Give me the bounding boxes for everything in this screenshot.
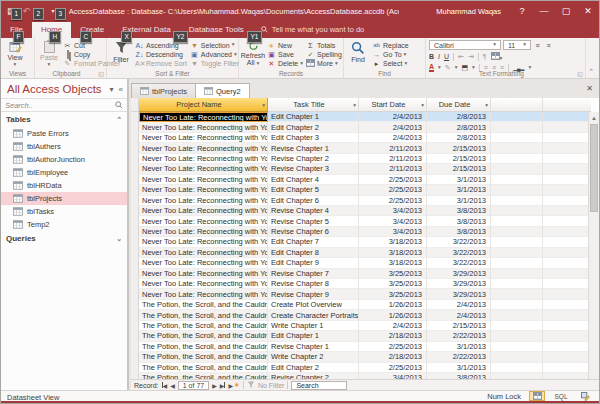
cell-due-date[interactable]: 2/15/2013: [427, 321, 491, 331]
table-row[interactable]: Never Too Late: Reconnecting with You Ed…: [131, 175, 588, 185]
cell-project-name[interactable]: Never Too Late: Reconnecting with You: [139, 143, 268, 153]
row-selector[interactable]: [131, 237, 139, 247]
cell-task-title[interactable]: Revise Chapter 3: [268, 164, 359, 174]
cell-project-name[interactable]: Never Too Late: Reconnecting with You: [139, 133, 268, 143]
sql-view-button[interactable]: SQL: [553, 391, 569, 401]
cell-task-title[interactable]: Edit Chapter 2: [268, 363, 359, 373]
cell-due-date[interactable]: 3/22/2013: [427, 248, 491, 258]
text-formatting-dialog-launcher-icon[interactable]: ◱: [577, 70, 583, 77]
underline-button[interactable]: U: [444, 53, 449, 60]
table-row[interactable]: Never Too Late: Reconnecting with You Re…: [131, 269, 588, 279]
select-button[interactable]: ▸Select▾: [372, 60, 409, 68]
cell-task-title[interactable]: Edit Chapter 6: [268, 196, 359, 206]
table-row[interactable]: Never Too Late: Reconnecting with You Ed…: [131, 112, 588, 122]
cell-start-date[interactable]: 2/11/2013: [359, 164, 427, 174]
table-row[interactable]: Never Too Late: Reconnecting with You Ed…: [131, 258, 588, 268]
row-selector[interactable]: [131, 196, 139, 206]
selection-button[interactable]: ▼Selection▾: [190, 41, 239, 49]
table-row[interactable]: The Potion, the Scroll, and the Cauldron…: [131, 321, 588, 331]
cell-start-date[interactable]: 2/25/2013: [359, 363, 427, 373]
nav-search-box[interactable]: Search..: [1, 98, 127, 112]
column-header-start-date[interactable]: Start Date▾: [359, 98, 427, 112]
first-record-button[interactable]: ◀: [162, 382, 168, 389]
cell-start-date[interactable]: 2/11/2013: [359, 143, 427, 153]
cell-task-title[interactable]: Edit Chapter 2: [268, 122, 359, 132]
cell-due-date[interactable]: 2/22/2013: [427, 331, 491, 341]
next-record-button[interactable]: ▶: [212, 382, 217, 389]
cell-project-name[interactable]: The Potion, the Scroll, and the Cauldron: [139, 363, 268, 373]
find-button[interactable]: Find: [347, 40, 369, 68]
account-user-name[interactable]: Muhammad Waqas: [426, 7, 511, 16]
spelling-button[interactable]: ✓Spelling: [306, 50, 342, 58]
table-row[interactable]: The Potion, the Scroll, and the Cauldron…: [131, 352, 588, 362]
table-row[interactable]: Never Too Late: Reconnecting with You Re…: [131, 164, 588, 174]
cell-start-date[interactable]: 2/18/2013: [359, 352, 427, 362]
cell-project-name[interactable]: Never Too Late: Reconnecting with You: [139, 289, 268, 299]
cell-start-date[interactable]: 3/4/2013: [359, 227, 427, 237]
save-record-button[interactable]: ▣Save: [267, 50, 303, 58]
table-row[interactable]: Never Too Late: Reconnecting with You Ed…: [131, 122, 588, 132]
cell-due-date[interactable]: 3/8/2013: [427, 227, 491, 237]
table-row[interactable]: Never Too Late: Reconnecting with You Re…: [131, 289, 588, 299]
help-button[interactable]: ?: [511, 6, 533, 16]
cell-start-date[interactable]: 2/11/2013: [359, 154, 427, 164]
toggle-filter-button[interactable]: ▼Toggle Filter: [190, 60, 239, 68]
cell-project-name[interactable]: Never Too Late: Reconnecting with You: [139, 164, 268, 174]
cell-due-date[interactable]: 2/8/2013: [427, 133, 491, 143]
cell-project-name[interactable]: Never Too Late: Reconnecting with You: [139, 112, 268, 122]
cell-project-name[interactable]: The Potion, the Scroll, and the Cauldron: [139, 342, 268, 352]
nav-table-item[interactable]: tblAuthorJunction: [1, 153, 127, 166]
view-button[interactable]: View ▾: [4, 40, 26, 68]
cell-project-name[interactable]: Never Too Late: Reconnecting with You: [139, 175, 268, 185]
cell-start-date[interactable]: 3/18/2013: [359, 237, 427, 247]
cell-task-title[interactable]: Edit Chapter 1: [268, 331, 359, 341]
cell-project-name[interactable]: Never Too Late: Reconnecting with You: [139, 216, 268, 226]
cell-task-title[interactable]: Revise Chapter 2: [268, 154, 359, 164]
cell-due-date[interactable]: 3/1/2013: [427, 342, 491, 352]
cell-start-date[interactable]: 2/25/2013: [359, 175, 427, 185]
table-row[interactable]: Never Too Late: Reconnecting with You Re…: [131, 279, 588, 289]
nav-table-item[interactable]: tblProjects: [1, 192, 127, 205]
cell-due-date[interactable]: 3/29/2013: [427, 279, 491, 289]
cell-due-date[interactable]: 3/8/2013: [427, 206, 491, 216]
design-view-button[interactable]: [577, 391, 593, 401]
row-selector[interactable]: [131, 310, 139, 320]
row-selector[interactable]: [131, 248, 139, 258]
row-selector[interactable]: [131, 112, 139, 122]
table-row[interactable]: Never Too Late: Reconnecting with You Re…: [131, 227, 588, 237]
cell-task-title[interactable]: Edit Chapter 8: [268, 248, 359, 258]
decrease-indent-button[interactable]: ⇤: [458, 53, 464, 61]
table-row[interactable]: Never Too Late: Reconnecting with You Re…: [131, 154, 588, 164]
cell-start-date[interactable]: 3/25/2013: [359, 269, 427, 279]
nav-table-item[interactable]: Temp2: [1, 218, 127, 231]
ribbon-tab[interactable]: Database Tools: [180, 22, 253, 38]
collapse-group-icon[interactable]: ⌃: [116, 116, 122, 124]
cell-project-name[interactable]: The Potion, the Scroll, and the Cauldron: [139, 300, 268, 310]
cell-start-date[interactable]: 2/25/2013: [359, 196, 427, 206]
datasheet-view-button[interactable]: [529, 391, 545, 401]
cell-task-title[interactable]: Write Chapter 2: [268, 352, 359, 362]
scroll-up-icon[interactable]: ▲: [589, 112, 599, 123]
record-search-input[interactable]: Search: [291, 381, 347, 390]
table-row[interactable]: Never Too Late: Reconnecting with You Ed…: [131, 196, 588, 206]
row-selector[interactable]: [131, 143, 139, 153]
bold-button[interactable]: B: [429, 53, 434, 60]
cell-due-date[interactable]: 2/15/2013: [427, 154, 491, 164]
cell-task-title[interactable]: Create Character Portraits: [268, 310, 359, 320]
maximize-button[interactable]: ▢: [555, 6, 577, 16]
select-all-stub[interactable]: [131, 98, 139, 112]
cell-task-title[interactable]: Revise Chapter 9: [268, 289, 359, 299]
cell-task-title[interactable]: Revise Chapter 7: [268, 269, 359, 279]
cell-task-title[interactable]: Edit Chapter 9: [268, 258, 359, 268]
replace-button[interactable]: abReplace: [372, 41, 409, 49]
filter-button[interactable]: Filter: [110, 40, 132, 68]
cell-start-date[interactable]: 3/18/2013: [359, 258, 427, 268]
font-name-combobox[interactable]: Calibri▾: [429, 40, 501, 50]
row-selector[interactable]: [131, 352, 139, 362]
tell-me-box[interactable]: Tell me what you want to do: [253, 22, 373, 38]
cell-due-date[interactable]: 3/29/2013: [427, 269, 491, 279]
cell-start-date[interactable]: 2/4/2013: [359, 112, 427, 122]
cell-project-name[interactable]: Never Too Late: Reconnecting with You: [139, 185, 268, 195]
cell-project-name[interactable]: Never Too Late: Reconnecting with You: [139, 269, 268, 279]
last-record-button[interactable]: ▶: [220, 382, 226, 389]
